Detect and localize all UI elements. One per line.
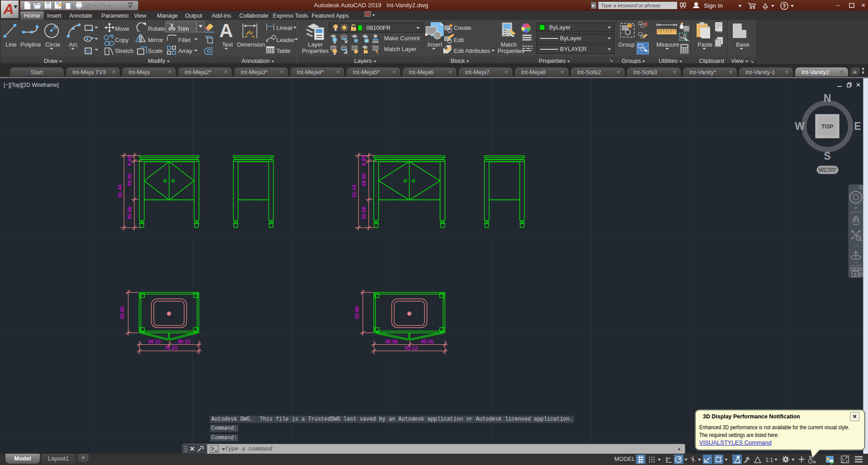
svg-text:38.10: 38.10 [177,339,190,344]
svg-text:W: W [795,120,805,132]
svg-text:35.56: 35.56 [361,207,366,220]
svg-text:91.44: 91.44 [351,185,357,198]
svg-text:76.20: 76.20 [164,345,177,351]
svg-text:91.44: 91.44 [117,185,123,198]
svg-text:93.12: 93.12 [405,345,418,351]
svg-text:48.90: 48.90 [361,173,366,186]
svg-text:Sign In: Sign In [704,2,723,9]
svg-text:45.56: 45.56 [385,339,398,344]
svg-text:6.93: 6.93 [127,156,132,166]
svg-text:45.56: 45.56 [421,339,434,344]
svg-text:50.80: 50.80 [354,306,360,319]
svg-text:WCS: WCS [818,167,831,173]
svg-text:6.93: 6.93 [361,156,366,166]
svg-text:TOP: TOP [821,123,834,130]
svg-text:S: S [824,150,830,162]
svg-text:50.80: 50.80 [120,306,125,319]
svg-text:N: N [824,92,831,104]
svg-text:35.56: 35.56 [127,207,132,220]
svg-text:1:1: 1:1 [765,457,773,463]
svg-text:48.90: 48.90 [127,173,132,186]
svg-text:A: A [3,1,14,17]
svg-text:?: ? [783,3,786,9]
svg-text:38.10: 38.10 [147,339,161,344]
svg-text:E: E [854,120,861,132]
svg-text:A: A [219,20,233,41]
